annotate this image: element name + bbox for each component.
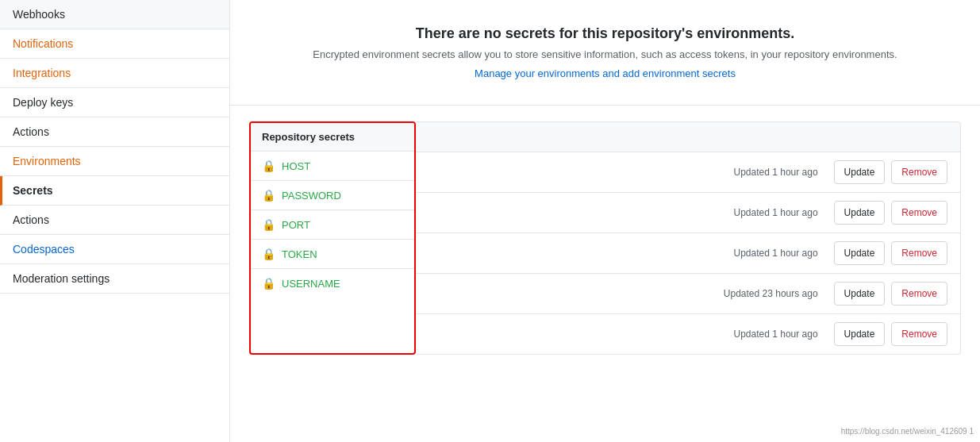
sidebar-item-webhooks[interactable]: Webhooks: [0, 0, 229, 29]
table-row: Updated 1 hour ago Update Remove: [416, 193, 960, 233]
secret-name[interactable]: TOKEN: [282, 248, 317, 260]
env-banner-description: Encrypted environment secrets allow you …: [249, 48, 961, 60]
update-button[interactable]: Update: [834, 322, 886, 346]
sidebar-item-label: Secrets: [13, 184, 53, 197]
env-banner: There are no secrets for this repository…: [230, 0, 980, 106]
updated-text: Updated 1 hour ago: [429, 167, 828, 178]
sidebar-item-label: Codespaces: [13, 243, 75, 256]
updated-text: Updated 1 hour ago: [429, 248, 828, 259]
updated-text: Updated 23 hours ago: [429, 288, 828, 299]
sidebar-item-label: Moderation settings: [13, 272, 110, 285]
secret-row-header: [416, 122, 960, 152]
sidebar-item-label: Actions: [13, 213, 49, 226]
update-button[interactable]: Update: [834, 201, 886, 225]
table-row: Updated 1 hour ago Update Remove: [416, 233, 960, 274]
repo-secrets-container: Repository secrets 🔒 HOST 🔒 PASSWORD 🔒 P…: [230, 106, 980, 371]
updated-text: Updated 1 hour ago: [429, 207, 828, 218]
secret-name[interactable]: USERNAME: [282, 278, 340, 290]
sidebar: Webhooks Notifications Integrations Depl…: [0, 0, 230, 442]
lock-icon: 🔒: [262, 248, 275, 260]
secrets-left-panel: Repository secrets 🔒 HOST 🔒 PASSWORD 🔒 P…: [249, 121, 416, 355]
secrets-header: Repository secrets: [251, 123, 414, 152]
sidebar-item-moderation-settings[interactable]: Moderation settings: [0, 264, 229, 294]
env-banner-title: There are no secrets for this repository…: [249, 25, 961, 42]
remove-button[interactable]: Remove: [891, 241, 947, 265]
update-button[interactable]: Update: [834, 241, 886, 265]
sidebar-item-actions2[interactable]: Actions: [0, 206, 229, 235]
update-button[interactable]: Update: [834, 282, 886, 306]
list-item: 🔒 PASSWORD: [251, 181, 414, 210]
sidebar-item-codespaces[interactable]: Codespaces: [0, 235, 229, 264]
sidebar-item-secrets[interactable]: Secrets: [0, 176, 229, 206]
sidebar-item-integrations[interactable]: Integrations: [0, 59, 229, 88]
lock-icon: 🔒: [262, 277, 275, 290]
secret-name[interactable]: HOST: [282, 160, 310, 172]
sidebar-item-label: Environments: [13, 155, 81, 167]
sidebar-item-label: Integrations: [13, 67, 71, 79]
updated-text: Updated 1 hour ago: [429, 329, 828, 340]
secret-name[interactable]: PASSWORD: [282, 190, 341, 202]
secrets-right-panel: Updated 1 hour ago Update Remove Updated…: [416, 121, 961, 355]
watermark: https://blog.csdn.net/weixin_412609 1: [841, 427, 974, 436]
lock-icon: 🔒: [262, 160, 275, 172]
table-row: Updated 23 hours ago Update Remove: [416, 274, 960, 314]
manage-environments-link[interactable]: Manage your environments and add environ…: [475, 67, 736, 79]
secret-name[interactable]: PORT: [282, 219, 310, 231]
sidebar-item-actions[interactable]: Actions: [0, 117, 229, 147]
sidebar-item-label: Notifications: [13, 37, 73, 50]
lock-icon: 🔒: [262, 189, 275, 202]
sidebar-item-label: Deploy keys: [13, 96, 73, 109]
sidebar-item-label: Actions: [13, 125, 49, 138]
main-content: There are no secrets for this repository…: [230, 0, 980, 442]
table-row: Updated 1 hour ago Update Remove: [416, 152, 960, 193]
list-item: 🔒 USERNAME: [251, 269, 414, 298]
update-button[interactable]: Update: [834, 160, 886, 184]
table-row: Updated 1 hour ago Update Remove: [416, 314, 960, 354]
remove-button[interactable]: Remove: [891, 282, 947, 306]
remove-button[interactable]: Remove: [891, 322, 947, 346]
list-item: 🔒 TOKEN: [251, 240, 414, 269]
remove-button[interactable]: Remove: [891, 160, 947, 184]
sidebar-item-label: Webhooks: [13, 8, 65, 21]
sidebar-item-environments[interactable]: Environments: [0, 147, 229, 176]
sidebar-item-notifications[interactable]: Notifications: [0, 29, 229, 59]
list-item: 🔒 HOST: [251, 152, 414, 181]
remove-button[interactable]: Remove: [891, 201, 947, 225]
list-item: 🔒 PORT: [251, 210, 414, 240]
lock-icon: 🔒: [262, 218, 275, 231]
sidebar-item-deploy-keys[interactable]: Deploy keys: [0, 88, 229, 117]
